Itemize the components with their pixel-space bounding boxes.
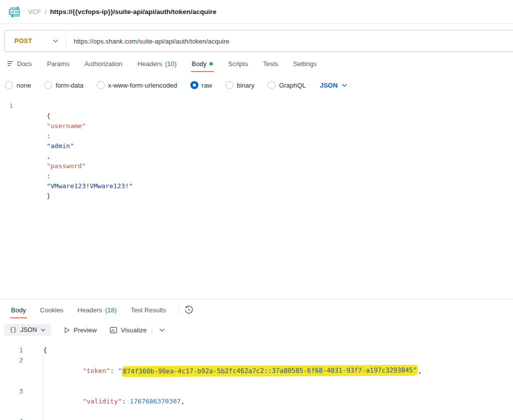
body-type-row: none form-data x-www-form-urlencoded raw… (0, 75, 513, 95)
request-tabs: Docs Params Authorization Headers (10) B… (0, 52, 513, 75)
visualize-button[interactable]: Visualize (110, 326, 147, 334)
radio-circle[interactable] (5, 81, 13, 89)
tab-scripts[interactable]: Scripts (227, 52, 249, 75)
response-tab-cookies[interactable]: Cookies (39, 299, 65, 320)
tab-tests[interactable]: Tests (262, 52, 279, 75)
response-headers-count: (18) (105, 306, 117, 314)
radio-circle[interactable] (225, 81, 233, 89)
response-line: 2 "token": "874f360b-90ea-4c17-b92a-5b2f… (0, 355, 513, 386)
response-line: 1 { (0, 345, 513, 355)
divider (152, 325, 152, 334)
tab-body[interactable]: Body (191, 52, 214, 75)
response-line: 3 "validity": 1767686370307, (0, 386, 513, 416)
body-modified-dot (209, 62, 213, 66)
radio-none[interactable]: none (5, 81, 31, 89)
divider (178, 305, 179, 314)
docs-list-icon (7, 61, 14, 67)
response-tab-body[interactable]: Body (10, 299, 27, 320)
radio-circle[interactable] (268, 81, 276, 89)
url-input[interactable]: https://ops.shank.com/suite-api/api/auth… (66, 38, 229, 45)
response-tab-headers[interactable]: Headers (18) (77, 299, 118, 320)
tab-params[interactable]: Params (46, 52, 71, 75)
breadcrumb-separator: / (45, 8, 47, 16)
line-number: 1 (0, 101, 13, 211)
request-body-line: 1 { "username" : "admin" , "password" : … (0, 101, 513, 211)
method-selector[interactable]: POST (5, 38, 53, 45)
radio-raw[interactable]: raw (190, 81, 212, 89)
http-request-icon: HTTP (8, 7, 22, 18)
braces-icon: {} (10, 326, 17, 333)
preview-button[interactable]: Preview (64, 326, 97, 334)
headers-count: (10) (165, 60, 176, 68)
radio-binary[interactable]: binary (225, 81, 254, 89)
play-icon (64, 327, 70, 333)
radio-x-www-form-urlencoded[interactable]: x-www-form-urlencoded (97, 81, 177, 89)
svg-text:HTTP: HTTP (10, 10, 19, 14)
radio-form-data[interactable]: form-data (44, 81, 84, 89)
tab-settings[interactable]: Settings (292, 52, 318, 75)
response-tab-test-results[interactable]: Test Results (130, 299, 167, 320)
tab-authorization[interactable]: Authorization (83, 52, 123, 75)
language-selector[interactable]: JSON (320, 82, 347, 89)
response-tabs: Body Cookies Headers (18) Test Results (0, 299, 513, 320)
radio-circle[interactable] (97, 81, 105, 89)
radio-circle[interactable] (44, 81, 52, 89)
tab-docs[interactable]: Docs (6, 52, 33, 75)
chevron-down-icon[interactable] (53, 39, 59, 43)
radio-circle-selected[interactable] (190, 81, 198, 89)
breadcrumb-collection[interactable]: VCF (28, 8, 41, 16)
request-body-editor[interactable]: 1 { "username" : "admin" , "password" : … (0, 95, 513, 299)
highlighted-token: 874f360b-90ea-4c17-b92a-5b2fc462a7c2::37… (122, 365, 418, 377)
response-history-icon[interactable] (184, 305, 194, 315)
breadcrumb: HTTP VCF / https://{{vcfops-ip}}/suite-a… (0, 0, 513, 24)
response-format-dropdown[interactable]: {} JSON (4, 324, 51, 336)
image-icon (110, 327, 117, 333)
response-body-viewer[interactable]: 1 { 2 "token": "874f360b-90ea-4c17-b92a-… (0, 339, 513, 420)
tab-headers[interactable]: Headers (10) (136, 52, 177, 75)
radio-graphql[interactable]: GraphQL (268, 81, 306, 89)
request-url-bar: POST https://ops.shank.com/suite-api/api… (4, 30, 513, 52)
chevron-down-icon[interactable] (159, 328, 165, 332)
breadcrumb-request-name[interactable]: https://{{vcfops-ip}}/suite-api/api/auth… (50, 8, 216, 16)
response-line: 4 "expiresAt": "Tuesday, January 6, 2026… (0, 416, 513, 420)
response-toolbar: {} JSON Preview Visualize (0, 320, 513, 339)
